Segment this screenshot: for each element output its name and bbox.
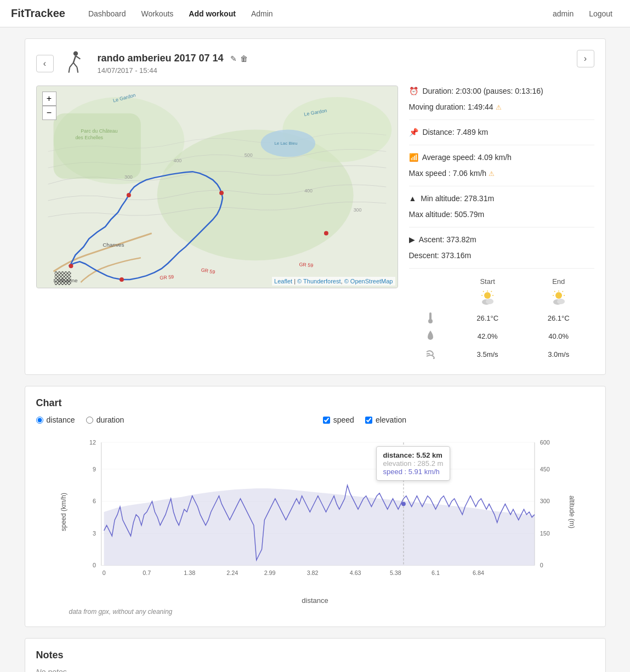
svg-line-51 <box>554 291 555 292</box>
leaflet-link[interactable]: Leaflet <box>274 278 292 284</box>
end-weather-icon <box>550 290 567 305</box>
weather-header-end: End <box>523 275 594 288</box>
y-right-label: altitude (m) <box>568 496 576 528</box>
nav-logout[interactable]: Logout <box>582 6 619 21</box>
svg-text:6.84: 6.84 <box>473 570 484 576</box>
start-wind: 3.5m/s <box>452 345 523 363</box>
svg-text:des Echelles: des Echelles <box>75 135 103 140</box>
end-temp: 26.1°C <box>523 309 594 327</box>
distance-radio-label[interactable]: distance <box>36 415 75 424</box>
duration-radio-text: duration <box>97 415 124 424</box>
nav-dashboard[interactable]: Dashboard <box>82 6 133 21</box>
svg-point-37 <box>484 292 491 299</box>
osm-link[interactable]: © OpenStreetMap <box>344 278 393 284</box>
stat-moving-duration: Moving duration: 1:49:44 ⚠ <box>409 101 594 113</box>
nav-links: Dashboard Workouts Add workout Admin <box>82 6 546 21</box>
svg-rect-55 <box>429 312 432 320</box>
chart-title: Chart <box>36 397 594 409</box>
nav-workouts[interactable]: Workouts <box>134 6 180 21</box>
svg-text:12: 12 <box>89 439 96 446</box>
workout-sport-icon <box>62 50 89 77</box>
svg-text:500: 500 <box>244 152 252 158</box>
y-left-label: speed (km/h) <box>60 493 67 531</box>
weather-header-empty <box>409 275 452 288</box>
svg-line-43 <box>491 291 492 292</box>
weather-start-icon <box>452 288 523 309</box>
workout-date: 14/07/2017 - 15:44 <box>98 66 248 75</box>
navbar-user-section: admin Logout <box>546 6 619 21</box>
chart-svg: 0 3 6 9 12 0 150 300 450 600 0 0.7 <box>75 430 556 594</box>
brand-link[interactable]: FitTrackee <box>11 7 65 20</box>
svg-line-1 <box>73 56 75 63</box>
svg-text:9: 9 <box>93 466 96 472</box>
chart-x-controls: distance duration <box>36 415 124 424</box>
svg-point-29 <box>126 193 130 197</box>
nav-user[interactable]: admin <box>546 6 580 21</box>
start-temp: 26.1°C <box>452 309 523 327</box>
distance-radio[interactable] <box>36 417 43 424</box>
temp-icon-cell <box>409 309 452 327</box>
delete-icon[interactable]: 🗑 <box>240 54 248 63</box>
chart-area: distance: 5.52 km elevation : 285.2 m sp… <box>75 430 556 594</box>
svg-text:1.38: 1.38 <box>184 570 195 576</box>
svg-text:400: 400 <box>173 158 181 163</box>
svg-text:6: 6 <box>93 498 96 504</box>
elevation-checkbox-label[interactable]: elevation <box>365 415 406 424</box>
speed-checkbox[interactable] <box>323 417 330 424</box>
zoom-out-button[interactable]: − <box>42 106 56 120</box>
workout-body: + − <box>36 86 594 363</box>
speed-checkbox-label[interactable]: speed <box>323 415 354 424</box>
workout-title-block: rando amberieu 2017 07 14 ✎ 🗑 14/07/2017… <box>98 53 248 75</box>
workout-header-left: ‹ rando amberieu 2017 07 14 ✎ <box>36 50 248 77</box>
svg-text:0: 0 <box>93 562 96 568</box>
thunderforest-link[interactable]: © Thunderforest <box>297 278 340 284</box>
svg-rect-33 <box>54 271 71 285</box>
speed-icon: 📶 <box>409 153 418 162</box>
warning-icon-1: ⚠ <box>496 104 502 111</box>
svg-line-2 <box>70 62 73 67</box>
chart-controls: distance duration speed elevation <box>36 415 594 424</box>
prev-workout-button[interactable]: ‹ <box>36 55 54 72</box>
svg-text:6.1: 6.1 <box>432 570 440 576</box>
svg-line-52 <box>562 291 563 292</box>
end-wind: 3.0m/s <box>523 345 594 363</box>
chart-section: Chart distance duration speed <box>25 386 606 627</box>
speed-checkbox-text: speed <box>333 415 354 424</box>
stat-duration: ⏰ Duration: 2:03:00 (pauses: 0:13:16) <box>409 86 594 97</box>
stats-panel: ⏰ Duration: 2:03:00 (pauses: 0:13:16) Mo… <box>409 86 594 363</box>
duration-radio-label[interactable]: duration <box>86 415 124 424</box>
humidity-icon <box>425 329 435 341</box>
warning-icon-2: ⚠ <box>489 170 495 178</box>
workout-title-line: rando amberieu 2017 07 14 ✎ 🗑 <box>98 53 248 64</box>
elevation-checkbox-text: elevation <box>376 415 406 424</box>
nav-add-workout[interactable]: Add workout <box>182 6 242 21</box>
edit-icon[interactable]: ✎ <box>230 54 237 63</box>
svg-line-42 <box>483 291 484 292</box>
svg-text:Chanves: Chanves <box>103 242 124 248</box>
start-humidity: 42.0% <box>452 327 523 345</box>
svg-point-30 <box>219 191 223 195</box>
svg-text:Le Lac Bleu: Le Lac Bleu <box>274 141 297 146</box>
duration-radio[interactable] <box>86 417 93 424</box>
wind-icon <box>425 348 435 360</box>
svg-text:300: 300 <box>124 174 132 180</box>
elevation-checkbox[interactable] <box>365 417 372 424</box>
svg-point-45 <box>486 299 493 304</box>
svg-point-86 <box>401 502 406 506</box>
svg-text:Parc du Château: Parc du Château <box>81 128 117 134</box>
map-zoom-controls: + − <box>42 92 56 120</box>
notes-title: Notes <box>36 650 594 661</box>
svg-text:600: 600 <box>540 439 549 446</box>
next-workout-button[interactable]: › <box>577 50 594 67</box>
nav-admin[interactable]: Admin <box>245 6 280 21</box>
svg-text:450: 450 <box>540 466 549 472</box>
workout-header: ‹ rando amberieu 2017 07 14 ✎ <box>36 50 594 77</box>
chart-wrapper: speed (km/h) altitude (m) distance: 5.52… <box>69 430 561 594</box>
humidity-icon-cell <box>409 327 452 345</box>
chart-overlay-controls: speed elevation <box>135 415 594 424</box>
svg-point-31 <box>323 231 328 236</box>
svg-text:2.99: 2.99 <box>264 570 275 576</box>
svg-rect-11 <box>53 113 140 179</box>
svg-text:5.38: 5.38 <box>389 570 401 576</box>
zoom-in-button[interactable]: + <box>42 92 56 106</box>
